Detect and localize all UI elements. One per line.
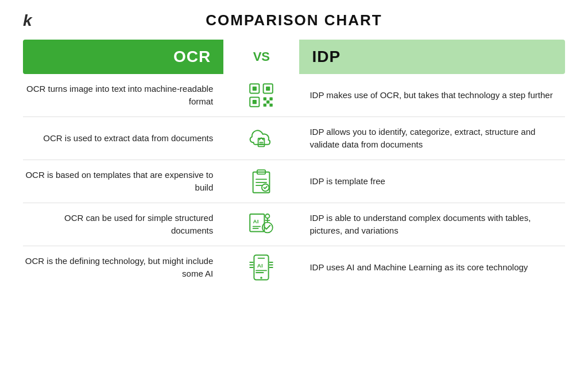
table-row: OCR is based on templates that are expen… xyxy=(23,160,565,203)
svg-rect-11 xyxy=(266,100,269,103)
svg-text:AI: AI xyxy=(253,218,259,224)
table-row: OCR can be used for simple structured do… xyxy=(23,203,565,246)
logo: k xyxy=(23,11,32,30)
clipboard-icon xyxy=(228,166,295,197)
ocr-cell-3: OCR can be used for simple structured do… xyxy=(23,203,223,246)
svg-rect-7 xyxy=(264,98,266,100)
page-title: COMPARISON CHART xyxy=(206,11,382,29)
idp-cell-1: IDP allows you to identify, categorize, … xyxy=(299,117,565,160)
icon-cell-3: AI xyxy=(223,203,299,246)
ocr-cell-4: OCR is the defining technology, but migh… xyxy=(23,246,223,289)
idp-cell-3: IDP is able to understand complex docume… xyxy=(299,203,565,246)
comparison-table: OCR VS IDP OCR turns image into text int… xyxy=(23,40,565,289)
cloud-upload-icon xyxy=(228,123,295,154)
svg-rect-9 xyxy=(264,103,266,106)
ocr-cell-0: OCR turns image into text into machine-r… xyxy=(23,74,223,117)
svg-rect-1 xyxy=(253,87,257,91)
icon-cell-1 xyxy=(223,117,299,160)
idp-cell-2: IDP is template free xyxy=(299,160,565,203)
icon-cell-4: AI xyxy=(223,246,299,289)
table-row: OCR turns image into text into machine-r… xyxy=(23,74,565,117)
svg-point-30 xyxy=(261,277,263,279)
qr-code-icon xyxy=(228,80,295,111)
idp-header: IDP xyxy=(299,40,565,74)
idp-cell-4: IDP uses AI and Machine Learning as its … xyxy=(299,246,565,289)
svg-rect-10 xyxy=(270,103,273,106)
table-row: OCR is used to extract data from documen… xyxy=(23,117,565,160)
vs-header: VS xyxy=(223,40,299,74)
table-row: OCR is the defining technology, but migh… xyxy=(23,246,565,289)
svg-rect-5 xyxy=(253,100,257,104)
ocr-cell-1: OCR is used to extract data from documen… xyxy=(23,117,223,160)
svg-rect-8 xyxy=(270,98,273,100)
ocr-cell-2: OCR is based on templates that are expen… xyxy=(23,160,223,203)
page: k COMPARISON CHART OCR VS IDP OCR turns … xyxy=(0,0,588,392)
ai-mobile-icon: AI xyxy=(228,252,295,283)
table-header-row: OCR VS IDP xyxy=(23,40,565,74)
svg-rect-3 xyxy=(266,87,270,91)
svg-text:AI: AI xyxy=(257,262,263,269)
icon-cell-2 xyxy=(223,160,299,203)
svg-point-26 xyxy=(266,214,270,218)
page-header: k COMPARISON CHART xyxy=(23,11,565,29)
idp-cell-0: IDP makes use of OCR, but takes that tec… xyxy=(299,74,565,117)
ai-check-icon: AI xyxy=(228,209,295,240)
ocr-header: OCR xyxy=(23,40,223,74)
icon-cell-0 xyxy=(223,74,299,117)
